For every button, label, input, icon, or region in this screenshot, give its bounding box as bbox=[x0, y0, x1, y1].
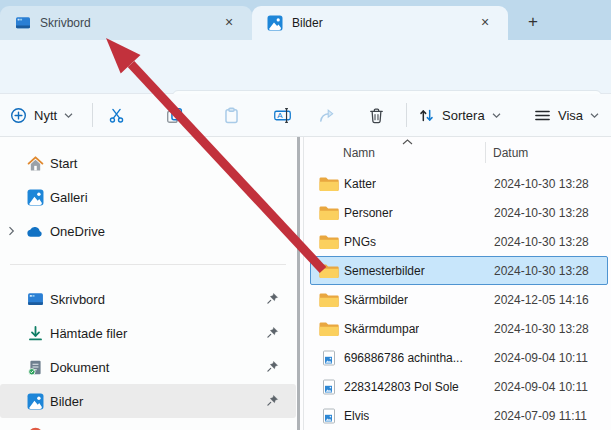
home-icon bbox=[26, 154, 44, 172]
pin-icon bbox=[266, 292, 280, 306]
pictures-icon bbox=[26, 392, 44, 410]
pin-icon bbox=[266, 394, 280, 408]
sidebar-item-label: Bilder bbox=[50, 394, 83, 409]
sidebar-item-bilder[interactable]: Bilder bbox=[0, 384, 296, 418]
delete-button[interactable] bbox=[360, 99, 392, 131]
chevron-down-icon bbox=[64, 112, 73, 119]
table-row[interactable]: Skärmbilder 2024-12-05 14:16 bbox=[310, 285, 611, 314]
tab-label: Bilder bbox=[292, 16, 323, 30]
sidebar-item-hamtade-filer[interactable]: Hämtade filer bbox=[0, 316, 296, 350]
table-row[interactable]: Personer 2024-10-30 13:28 bbox=[310, 198, 611, 227]
folder-icon bbox=[319, 321, 339, 337]
music-icon bbox=[26, 426, 44, 430]
sort-ascending-icon bbox=[402, 139, 413, 145]
sidebar-item-skrivbord[interactable]: Skrivbord bbox=[0, 282, 296, 316]
file-name: Personer bbox=[344, 206, 393, 220]
onedrive-icon bbox=[26, 222, 44, 240]
table-row[interactable]: Katter 2024-10-30 13:28 bbox=[310, 169, 611, 198]
view-button[interactable]: Visa bbox=[528, 94, 605, 136]
new-button-label: Nytt bbox=[34, 108, 57, 123]
sidebar-item-start[interactable]: Start bbox=[0, 146, 296, 180]
cut-button[interactable] bbox=[100, 99, 132, 131]
sort-icon bbox=[418, 107, 435, 124]
documents-icon bbox=[26, 358, 44, 376]
file-name: Elvis bbox=[344, 409, 369, 423]
file-name: Katter bbox=[344, 177, 376, 191]
file-date: 2024-10-30 13:28 bbox=[494, 206, 589, 220]
paste-button[interactable] bbox=[215, 99, 247, 131]
sort-button[interactable]: Sortera bbox=[412, 94, 507, 136]
folder-icon bbox=[319, 292, 339, 308]
pictures-icon bbox=[267, 15, 283, 31]
file-date: 2024-12-05 14:16 bbox=[494, 293, 589, 307]
close-icon[interactable]: × bbox=[476, 13, 494, 31]
pane-separator bbox=[303, 137, 304, 430]
table-row[interactable]: 2283142803 Pol Sole 2024-09-04 10:11 bbox=[310, 372, 611, 401]
tab-label: Skrivbord bbox=[40, 16, 91, 30]
navigation-pane: Start Galleri OneDrive bbox=[0, 137, 296, 430]
file-date: 2024-09-04 10:11 bbox=[494, 380, 588, 394]
file-date: 2024-10-30 13:28 bbox=[494, 177, 589, 191]
chevron-down-icon bbox=[590, 112, 599, 119]
sidebar-item-label: Galleri bbox=[50, 190, 88, 205]
table-row[interactable]: Semesterbilder 2024-10-30 13:28 bbox=[310, 256, 608, 285]
sidebar-item-label: Skrivbord bbox=[50, 292, 105, 307]
folder-icon bbox=[319, 205, 339, 221]
view-button-label: Visa bbox=[558, 108, 583, 123]
column-header-datum[interactable]: Datum bbox=[493, 146, 528, 160]
file-name: 2283142803 Pol Sole bbox=[344, 380, 459, 394]
tab-bar: Skrivbord × Bilder × + bbox=[0, 0, 611, 40]
sidebar-item-label: Start bbox=[50, 156, 77, 171]
gallery-icon bbox=[26, 188, 44, 206]
folder-icon bbox=[319, 263, 339, 279]
chevron-down-icon bbox=[492, 112, 501, 119]
sidebar-item-galleri[interactable]: Galleri bbox=[0, 180, 296, 214]
new-button[interactable]: Nytt bbox=[4, 94, 79, 136]
tab-bilder[interactable]: Bilder × bbox=[252, 6, 508, 40]
sidebar-item-dokument[interactable]: Dokument bbox=[0, 350, 296, 384]
image-file-icon bbox=[321, 408, 337, 424]
image-file-icon bbox=[321, 350, 337, 366]
folder-icon bbox=[319, 234, 339, 250]
column-divider[interactable] bbox=[485, 142, 486, 163]
sidebar-scrollbar[interactable] bbox=[297, 137, 300, 430]
image-file-icon bbox=[321, 379, 337, 395]
pin-icon bbox=[266, 360, 280, 374]
sort-button-label: Sortera bbox=[442, 108, 485, 123]
file-name: 696886786 achintha... bbox=[344, 351, 463, 365]
file-date: 2024-07-09 11:11 bbox=[494, 409, 587, 423]
sidebar-item-label: Dokument bbox=[50, 360, 109, 375]
svg-text:A: A bbox=[277, 111, 283, 120]
copy-icon bbox=[166, 107, 183, 124]
toolbar-divider bbox=[92, 103, 93, 127]
file-list-pane: Namn Datum Katter 2024-10-30 13:28 bbox=[310, 137, 611, 430]
file-rows: Katter 2024-10-30 13:28 Personer 2024-10… bbox=[310, 169, 611, 430]
new-tab-button[interactable]: + bbox=[521, 10, 545, 34]
share-icon bbox=[318, 107, 335, 124]
file-date: 2024-10-30 13:28 bbox=[494, 322, 589, 336]
close-icon[interactable]: × bbox=[220, 13, 238, 31]
table-row[interactable]: 696886786 achintha... 2024-09-04 10:11 bbox=[310, 343, 611, 372]
sidebar-item-label: OneDrive bbox=[50, 224, 105, 239]
desktop-icon bbox=[26, 290, 44, 308]
table-row[interactable]: PNGs 2024-10-30 13:28 bbox=[310, 227, 611, 256]
file-date: 2024-10-30 13:28 bbox=[494, 235, 589, 249]
view-list-icon bbox=[534, 107, 551, 124]
file-date: 2024-09-04 10:11 bbox=[494, 351, 588, 365]
chevron-right-icon[interactable] bbox=[4, 224, 18, 238]
column-header-namn[interactable]: Namn bbox=[343, 146, 375, 160]
rename-button[interactable]: A bbox=[266, 99, 298, 131]
sidebar-item-label: Hämtade filer bbox=[50, 326, 127, 341]
share-button[interactable] bbox=[310, 99, 342, 131]
table-row[interactable]: Skärmdumpar 2024-10-30 13:28 bbox=[310, 314, 611, 343]
command-toolbar: Nytt A bbox=[0, 94, 611, 137]
file-list-header: Namn Datum bbox=[310, 137, 611, 167]
copy-button[interactable] bbox=[158, 99, 190, 131]
folder-icon bbox=[319, 176, 339, 192]
table-row[interactable]: Elvis 2024-07-09 11:11 bbox=[310, 401, 611, 430]
tab-skrivbord[interactable]: Skrivbord × bbox=[0, 6, 252, 40]
sidebar-item-partial[interactable] bbox=[0, 418, 296, 430]
plus-circle-icon bbox=[10, 107, 27, 124]
sidebar-item-onedrive[interactable]: OneDrive bbox=[0, 214, 296, 248]
paste-icon bbox=[223, 107, 240, 124]
